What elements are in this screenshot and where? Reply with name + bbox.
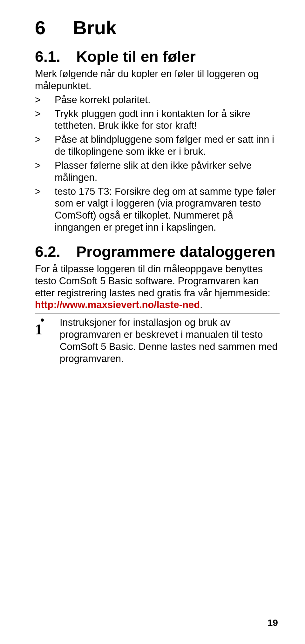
download-link[interactable]: http://www.maxsievert.no/laste-ned [35,299,200,310]
bullet-marker: > [35,160,55,172]
list-item: >Trykk pluggen godt inn i kontakten for … [35,108,280,132]
list-item-text: Trykk pluggen godt inn i kontakten for å… [55,108,250,131]
chapter-title: Bruk [73,17,117,38]
section-6-2-heading: 6.2.Programmere dataloggeren [35,243,280,260]
section-6-2-paragraph: For å tilpasse loggeren til din måleoppg… [35,263,280,311]
info-text: Instruksjoner for installasjon og bruk a… [60,317,280,365]
section-6-1-heading: 6.1.Kople til en føler [35,48,280,65]
info-text-cell: Instruksjoner for installasjon og bruk a… [60,313,280,368]
list-item: >Plasser følerne slik at den ikke påvirk… [35,160,280,184]
list-item-text: Plasser følerne slik at den ikke påvirke… [55,160,252,183]
document-page: 6Bruk 6.1.Kople til en føler Merk følgen… [0,0,305,644]
section-6-1-bullets: >Påse korrekt polaritet. >Trykk pluggen … [35,94,280,233]
list-item: >Påse at blindpluggene som følger med er… [35,134,280,158]
bullet-marker: > [35,186,55,198]
info-icon-cell: 1 [35,313,60,368]
info-box: 1 Instruksjoner for installasjon og bruk… [35,313,280,368]
chapter-heading: 6Bruk [35,17,280,38]
bullet-marker: > [35,108,55,120]
bullet-marker: > [35,94,55,106]
list-item: >testo 175 T3: Forsikre deg om at samme … [35,186,280,233]
list-item-text: Påse at blindpluggene som følger med er … [55,134,274,157]
bullet-marker: > [35,134,55,146]
section-6-1-intro: Merk følgende når du kopler en føler til… [35,68,280,92]
period: . [200,299,203,310]
list-item-text: Påse korrekt polaritet. [55,94,151,105]
list-item-text: testo 175 T3: Forsikre deg om at samme t… [55,186,276,233]
section-6-2-number: 6.2. [35,243,76,260]
chapter-number: 6 [35,17,73,38]
section-6-1-number: 6.1. [35,48,76,65]
section-6-2-title: Programmere dataloggeren [76,243,275,260]
section-6-2-text-before-link: For å tilpasse loggeren til din måleoppg… [35,263,270,299]
list-item: >Påse korrekt polaritet. [35,94,280,106]
info-icon: 1 [35,319,57,338]
section-6-1-title: Kople til en føler [76,48,196,65]
page-number: 19 [268,617,278,628]
